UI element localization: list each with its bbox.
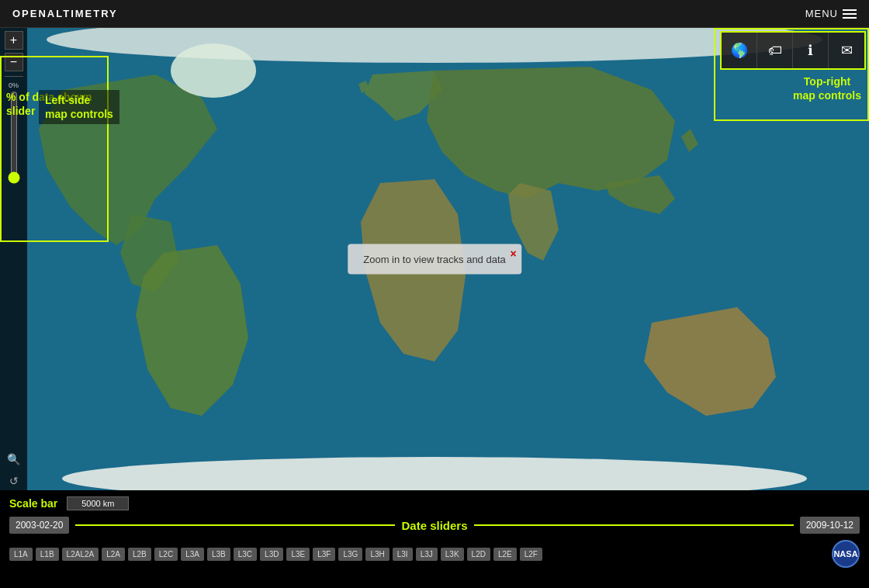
top-right-controls: 🌎 🏷 ℹ ✉ <box>720 31 866 70</box>
date-end-box[interactable]: 2009-10-12 <box>800 517 860 534</box>
reset-icon[interactable]: ↺ <box>5 472 23 490</box>
left-sidebar: + − 0% 🔍 ↺ <box>0 28 27 490</box>
search-icon[interactable]: 🔍 <box>5 450 23 469</box>
date-line-left <box>75 524 395 526</box>
track-button-l3h[interactable]: L3H <box>365 548 389 561</box>
track-button-l2a[interactable]: L2A <box>102 548 125 561</box>
popup-message: Zoom in to view tracks and data <box>363 254 506 265</box>
nasa-logo: NASA <box>832 540 860 568</box>
tag-button[interactable]: 🏷 <box>757 33 793 68</box>
data-percentage-slider[interactable] <box>7 91 21 184</box>
track-button-l3e[interactable]: L3E <box>286 548 310 561</box>
date-start-box[interactable]: 2003-02-20 <box>9 517 69 534</box>
data-slider-container: 0% <box>7 81 21 447</box>
track-button-l3f[interactable]: L3F <box>313 548 335 561</box>
track-button-l1a[interactable]: L1A <box>9 548 33 561</box>
date-slider-row: 2003-02-20 Date sliders 2009-10-12 <box>9 517 860 534</box>
mail-button[interactable]: ✉ <box>829 33 864 68</box>
map-container[interactable]: + − 0% 🔍 ↺ % of data shownslider Left-si… <box>0 28 869 490</box>
track-button-l3d[interactable]: L3D <box>260 548 283 561</box>
hamburger-icon <box>843 9 857 19</box>
track-button-l3b[interactable]: L3B <box>207 548 230 561</box>
menu-button[interactable]: MENU <box>805 8 857 19</box>
track-button-l1b[interactable]: L1B <box>36 548 59 561</box>
zoom-in-button[interactable]: + <box>5 31 23 50</box>
track-button-l2f[interactable]: L2F <box>520 548 542 561</box>
track-button-l3c[interactable]: L3C <box>234 548 257 561</box>
sidebar-divider-1 <box>5 76 23 77</box>
track-button-l3a[interactable]: L3A <box>181 548 204 561</box>
track-button-l2d[interactable]: L2D <box>467 548 490 561</box>
track-row: L1AL1BL2AL2AL2AL2BL2CL3AL3BL3CL3DL3EL3FL… <box>9 540 860 568</box>
scale-label: Scale bar <box>9 497 57 510</box>
track-button-l2e[interactable]: L2E <box>493 548 517 561</box>
data-percentage-label: 0% <box>9 81 19 89</box>
logo: OPENALTIMETRY <box>12 8 118 19</box>
track-button-l2al2a[interactable]: L2AL2A <box>62 548 99 561</box>
scale-bar: 5000 km <box>67 496 129 510</box>
track-button-l3i[interactable]: L3I <box>393 548 413 561</box>
track-button-l2b[interactable]: L2B <box>128 548 151 561</box>
menu-label: MENU <box>805 8 838 19</box>
header: OPENALTIMETRY MENU <box>0 0 869 28</box>
track-button-l2c[interactable]: L2C <box>154 548 178 561</box>
info-button[interactable]: ℹ <box>793 33 829 68</box>
date-sliders-label: Date sliders <box>401 519 467 532</box>
bottom-bar: Scale bar 5000 km 2003-02-20 Date slider… <box>0 490 869 588</box>
popup-close-button[interactable]: × <box>511 247 517 260</box>
zoom-popup: × Zoom in to view tracks and data <box>348 244 521 275</box>
svg-point-3 <box>171 43 256 98</box>
track-button-l3k[interactable]: L3K <box>441 548 464 561</box>
date-line-right <box>474 524 794 526</box>
globe-button[interactable]: 🌎 <box>722 33 757 68</box>
zoom-out-button[interactable]: − <box>5 53 23 71</box>
scale-row: Scale bar 5000 km <box>9 496 860 510</box>
track-button-l3j[interactable]: L3J <box>416 548 438 561</box>
track-button-l3g[interactable]: L3G <box>338 548 362 561</box>
